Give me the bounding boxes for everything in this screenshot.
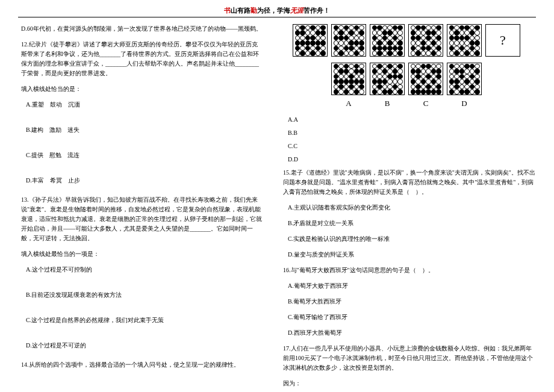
left-column: D.60年代初，在黄河源头的鄂陵湖，第一次发现了世界各地已经灭绝了的动物——黑颈… xyxy=(21,24,262,376)
puzzle-grid xyxy=(408,24,443,57)
q17-reason: 因为： xyxy=(283,379,536,388)
puzzle-grid xyxy=(447,63,482,95)
puzzle-top-row: ? xyxy=(283,24,530,57)
q15-option-d: D.量变与质变的辩证关系 xyxy=(288,250,536,260)
puzzle-grid xyxy=(408,63,443,95)
q15-option-a: A.主观认识随着客观实际的变化而变化 xyxy=(288,203,536,213)
q16-stem: 16.与"葡萄牙大败西班牙"这句话同意思的句子是（ ）。 xyxy=(283,266,536,275)
q12-option-d: D.丰富 希冀 止步 xyxy=(26,176,262,185)
q14-stem: 14.从所给的四个选项中，选择最合适的一个填入问号处，使之呈现一定的规律性。 xyxy=(21,360,262,370)
q12-option-a: A.重塑 鼓动 沉湎 xyxy=(26,100,262,110)
q14-option-a: A.A xyxy=(288,115,536,125)
header-divider xyxy=(18,17,536,17)
q15-option-c: C.实践是检验认识的真理性的唯一标准 xyxy=(288,234,536,244)
page-header: 书山有路勤为径，学海无涯苦作舟！ xyxy=(0,6,554,15)
puzzle-grid xyxy=(370,24,405,57)
puzzle-bottom-row xyxy=(283,63,530,95)
puzzle-grid xyxy=(331,24,366,57)
q11-option-d: D.60年代初，在黄河源头的鄂陵湖，第一次发现了世界各地已经灭绝了的动物——黑颈… xyxy=(21,24,262,34)
q16-option-c: C.葡萄牙输给了西班牙 xyxy=(288,313,536,322)
puzzle-label-a: A xyxy=(331,98,366,110)
puzzle-label-d: D xyxy=(447,98,482,110)
q13-option-a: A.这个过程是不可控制的 xyxy=(26,265,262,275)
q14-puzzle: ? A B C D xyxy=(283,24,530,110)
q13-option-c: C.这个过程是自然界的必然规律，我们对此束手无策 xyxy=(26,316,262,325)
q16-option-a: A.葡萄牙大败于西班牙 xyxy=(288,281,536,291)
q12-prompt: 填入横线处恰当的是： xyxy=(21,84,262,94)
q16-option-d: D.西班牙大胜葡萄牙 xyxy=(288,328,536,338)
q15-option-b: B.矛盾就是对立统一关系 xyxy=(288,219,536,228)
puzzle-grid xyxy=(331,63,366,95)
q14-answers: A.A B.B C.C D.D xyxy=(283,115,536,164)
q13-prompt: 填入横线处最恰当的一项是： xyxy=(21,249,262,259)
puzzle-grid xyxy=(447,24,482,57)
q14-option-d: D.D xyxy=(288,155,536,164)
q15-stem: 15.老子《道德经》里说"夫唯病病，是以不病"，换一个角度来说"夫谓无病，实则病… xyxy=(283,168,536,197)
q17-stem: 17.人们在一些几乎从不使用的小器具、小玩意上浪费的金钱数额令人吃惊。例如：我兄… xyxy=(283,344,536,373)
q13-option-b: B.目前还没发现延缓衰老的有效方法 xyxy=(26,290,262,300)
q12-option-b: B.建构 激励 迷失 xyxy=(26,125,262,135)
q14-option-c: C.C xyxy=(288,142,536,151)
q13-stem: 13.《孙子兵法》早就告诉我们，知己知彼方能百战不殆。在寻找长寿攻略之前，我们先… xyxy=(21,195,262,243)
puzzle-label-c: C xyxy=(408,98,443,110)
q14-option-b: B.B xyxy=(288,128,536,138)
puzzle-question-box: ? xyxy=(485,24,520,57)
q12-option-c: C.提供 慰勉 流连 xyxy=(26,151,262,160)
q12-stem: 12.纪录片《徒手攀岩》讲述了攀岩大师亚历克斯的传奇经历。攀登不仅仅为年轻的亚历… xyxy=(21,40,262,78)
puzzle-grid xyxy=(370,63,405,95)
q13-option-d: D.这个过程是不可逆的 xyxy=(26,341,262,350)
right-column: ? A B C D A.A B.B C.C D.D 15.老子《道德经》里说"夫… xyxy=(283,24,536,392)
puzzle-grid xyxy=(293,24,328,57)
puzzle-labels: A B C D xyxy=(283,98,530,110)
puzzle-label-b: B xyxy=(370,98,405,110)
q16-option-b: B.葡萄牙大胜西班牙 xyxy=(288,297,536,306)
